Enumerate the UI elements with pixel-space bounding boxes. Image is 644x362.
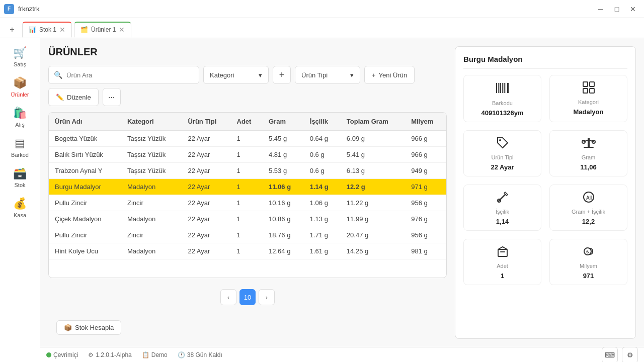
table-row[interactable]: Trabzon Aynal YTaşsız Yüzük22 Ayar15.53 … (49, 163, 446, 179)
svg-rect-2 (500, 83, 501, 93)
table-row[interactable]: Burgu MadalyorMadalyon22 Ayar111.06 g1.1… (49, 179, 446, 195)
products-table: Ürün Adı Kategori Ürün Tipi Adet Gram İş… (49, 113, 446, 259)
sidebar-item-barkod[interactable]: ▤ Barkod (3, 133, 38, 162)
toolbar: 🔍 Kategori ▾ + Ürün Tipi ▾ + Yeni Ürün (48, 66, 447, 106)
sidebar-item-satis[interactable]: 🛒 Satış (3, 42, 38, 71)
gram_iscilik-icon: All (582, 190, 596, 206)
cell-toplam_gram: 14.25 g (341, 243, 405, 259)
titlebar: F frknztrk ─ □ ✕ (0, 0, 644, 18)
cell-kategori: Madalyon (121, 179, 182, 195)
cell-adet: 1 (231, 227, 263, 243)
detail-item-milyem: ₺ Milyem971 (549, 239, 627, 285)
version-label: 1.2.0.1-Alpha (96, 351, 131, 358)
cell-milyem: 956 g (405, 195, 446, 211)
duzenle-button[interactable]: ✏️ Düzenle (48, 88, 99, 106)
tab-stok1[interactable]: 📊 Stok 1 ✕ (22, 22, 72, 38)
svg-rect-1 (498, 83, 499, 93)
cell-urun_tipi: 22 Ayar (182, 163, 230, 179)
prev-page-button[interactable]: ‹ (220, 289, 236, 305)
gram_iscilik-label: Gram + İşçilik (572, 209, 605, 215)
table-row[interactable]: Pullu ZincirZincir22 Ayar110.16 g1.06 g1… (49, 195, 446, 211)
table-row[interactable]: Balık Sırtı YüzükTaşsız Yüzük22 Ayar14.8… (49, 147, 446, 163)
plus-circle-button[interactable]: + (273, 66, 291, 84)
yeni-urun-button[interactable]: + Yeni Ürün (364, 66, 415, 84)
online-label: Çevrimiçi (53, 351, 78, 358)
sidebar-item-kasa[interactable]: 💰 Kasa (3, 193, 38, 222)
sidebar-item-stok[interactable]: 🗃️ Stok (3, 163, 38, 192)
table-row[interactable]: Hint Kolye UcuMadalyon22 Ayar112.64 g1.6… (49, 243, 446, 259)
cell-milyem: 976 g (405, 211, 446, 227)
tab-stok1-close[interactable]: ✕ (59, 26, 65, 33)
table-row[interactable]: Bogetta YüzükTaşsız Yüzük22 Ayar15.45 g0… (49, 131, 446, 147)
alis-icon: 🛍️ (13, 107, 27, 120)
duzenle-label: Düzenle (67, 94, 91, 101)
satis-icon: 🛒 (13, 46, 27, 59)
milyem-label: Milyem (580, 263, 597, 269)
search-input[interactable] (66, 71, 194, 79)
stok-hesapla-label: Stok Hesapla (75, 324, 114, 331)
detail-item-gram_iscilik: All Gram + İşçilik12,2 (549, 185, 627, 231)
urun-tipi-label: Ürün Tipi (301, 71, 328, 79)
cell-kategori: Taşsız Yüzük (121, 163, 182, 179)
stok-hesapla-button[interactable]: 📦 Stok Hesapla (56, 320, 121, 335)
urun_tipi-label: Ürün Tipi (491, 154, 513, 160)
kategori-label: Kategori (210, 71, 234, 79)
cell-urun_adi: Çiçek Madalyon (49, 211, 121, 227)
tab-urunler1-close[interactable]: ✕ (119, 26, 125, 33)
table-row[interactable]: Çiçek MadalyonMadalyon22 Ayar110.86 g1.1… (49, 211, 446, 227)
cell-urun_adi: Balık Sırtı Yüzük (49, 147, 121, 163)
chevron-down-icon: ▾ (259, 71, 262, 79)
cell-iscilik: 0.64 g (304, 131, 341, 147)
days-left-label: 38 Gün Kaldı (187, 351, 222, 358)
kategori-dropdown[interactable]: Kategori ▾ (203, 66, 269, 84)
kategori-value: Madalyon (574, 108, 604, 116)
cell-milyem: 949 g (405, 163, 446, 179)
detail-item-iscilik: İşçilik1,14 (463, 185, 541, 231)
edit-icon: ✏️ (56, 94, 64, 101)
kategori-label: Kategori (578, 99, 599, 105)
sidebar-item-urunler[interactable]: 📦 Ürünler (3, 72, 38, 102)
maximize-button[interactable]: □ (610, 3, 624, 15)
sidebar-item-alis[interactable]: 🛍️ Alış (3, 103, 38, 132)
svg-rect-3 (502, 83, 503, 93)
statusbar-right: ⌨ ⚙ (602, 347, 638, 363)
status-online: Çevrimiçi (46, 351, 78, 358)
sidebar-label-stok: Stok (14, 182, 25, 188)
cell-gram: 11.06 g (263, 179, 304, 195)
table-row[interactable]: Pullu ZincirZincir22 Ayar118.76 g1.71 g2… (49, 227, 446, 243)
cell-iscilik: 1.14 g (304, 179, 341, 195)
cell-iscilik: 1.13 g (304, 211, 341, 227)
cell-toplam_gram: 11.22 g (341, 195, 405, 211)
settings-icon-button[interactable]: ⚙ (622, 347, 638, 363)
tabsbar: + 📊 Stok 1 ✕ 🗂️ Ürünler 1 ✕ (0, 18, 644, 38)
cell-adet: 1 (231, 163, 263, 179)
cell-gram: 10.86 g (263, 211, 304, 227)
col-urun-tipi: Ürün Tipi (182, 113, 230, 131)
tab-add-button[interactable]: + (4, 23, 20, 37)
sidebar-label-urunler: Ürünler (11, 92, 29, 98)
svg-rect-20 (498, 249, 507, 256)
next-page-button[interactable]: › (259, 289, 275, 305)
svg-point-11 (499, 139, 501, 141)
keyboard-icon-button[interactable]: ⌨ (602, 347, 618, 363)
extra-button[interactable]: ⋯ (103, 88, 121, 106)
cell-urun_tipi: 22 Ayar (182, 147, 230, 163)
current-page-button[interactable]: 10 (239, 289, 256, 305)
table-header-row: Ürün Adı Kategori Ürün Tipi Adet Gram İş… (49, 113, 446, 131)
urun-tipi-dropdown[interactable]: Ürün Tipi ▾ (295, 66, 360, 84)
detail-item-gram: Gram11,06 (549, 130, 627, 176)
close-button[interactable]: ✕ (626, 3, 640, 15)
cell-kategori: Madalyon (121, 243, 182, 259)
cell-gram: 5.53 g (263, 163, 304, 179)
chevron-down-icon2: ▾ (350, 71, 354, 79)
adet-icon (496, 244, 510, 260)
minimize-button[interactable]: ─ (594, 3, 608, 15)
barkodu-label: Barkodu (492, 100, 513, 106)
cell-iscilik: 1.61 g (304, 243, 341, 259)
cell-milyem: 966 g (405, 147, 446, 163)
cell-adet: 1 (231, 195, 263, 211)
right-panel: Burgu Madalyon Barkodu409101326ym Katego… (455, 46, 636, 339)
tab-urunler1[interactable]: 🗂️ Ürünler 1 ✕ (74, 22, 131, 38)
iscilik-label: İşçilik (496, 209, 509, 215)
gram_iscilik-value: 12,2 (582, 218, 595, 225)
